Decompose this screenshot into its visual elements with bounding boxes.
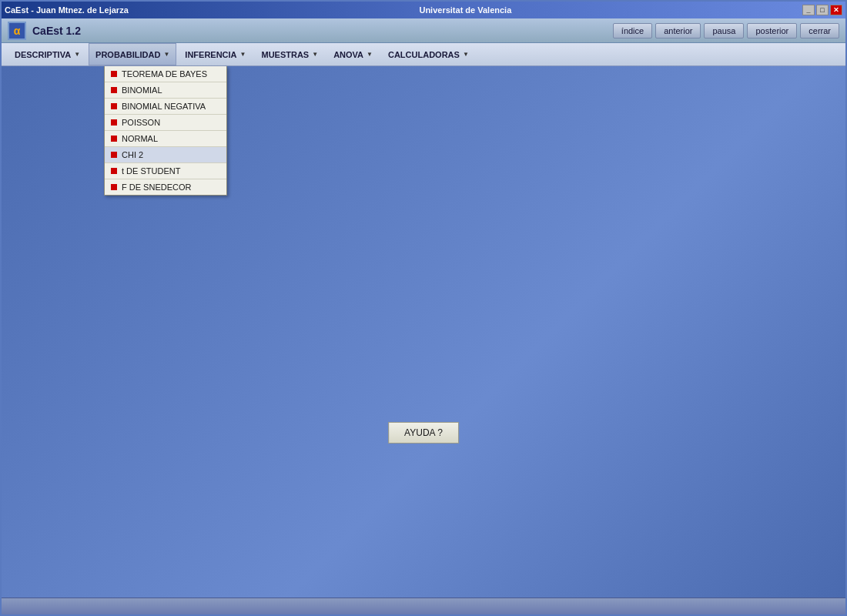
pausa-button[interactable]: pausa xyxy=(704,23,744,38)
menu-inferencia-label: INFERENCIA xyxy=(185,50,236,59)
menu-item-teorema-bayes[interactable]: TEOREMA DE BAYES xyxy=(105,66,226,82)
app-title: CaEst 1.2 xyxy=(32,25,81,37)
bullet-icon xyxy=(111,184,117,190)
menu-muestras-label: MUESTRAS xyxy=(261,50,309,59)
titlebar-university: Universitat de Valencia xyxy=(419,5,511,15)
titlebar-app-name: CaEst - Juan Mtnez. de Lejarza xyxy=(5,5,129,15)
menu-item-t-student[interactable]: t DE STUDENT xyxy=(105,163,226,179)
chevron-down-icon: ▼ xyxy=(74,51,80,58)
menu-anova-label: ANOVA xyxy=(333,50,363,59)
bullet-icon xyxy=(111,168,117,174)
menu-muestras[interactable]: MUESTRAS ▼ xyxy=(254,43,325,65)
chevron-down-icon: ▼ xyxy=(463,51,469,58)
chevron-down-icon: ▼ xyxy=(312,51,318,58)
menu-probabilidad-label: PROBABILIDAD xyxy=(95,50,160,59)
taskbar xyxy=(2,598,845,614)
menu-item-binomial-negativa[interactable]: BINOMIAL NEGATIVA xyxy=(105,99,226,115)
titlebar: CaEst - Juan Mtnez. de Lejarza Universit… xyxy=(2,2,845,18)
main-area: DESCRIPTIVA ▼ PROBABILIDAD ▼ INFERENCIA … xyxy=(2,43,845,598)
bullet-icon xyxy=(111,87,117,93)
minimize-button[interactable]: _ xyxy=(802,5,815,15)
chevron-down-icon: ▼ xyxy=(367,51,373,58)
anterior-button[interactable]: anterior xyxy=(655,23,701,38)
menu-descriptiva[interactable]: DESCRIPTIVA ▼ xyxy=(8,43,87,65)
menu-item-label: POISSON xyxy=(122,118,160,127)
chevron-down-icon: ▼ xyxy=(163,51,169,58)
bullet-icon xyxy=(111,152,117,158)
menu-descriptiva-label: DESCRIPTIVA xyxy=(15,50,71,59)
menu-item-label: t DE STUDENT xyxy=(122,166,180,176)
menu-item-chi2[interactable]: CHI 2 xyxy=(105,147,226,163)
bullet-icon xyxy=(111,71,117,77)
menu-item-label: TEOREMA DE BAYES xyxy=(122,69,207,79)
bullet-icon xyxy=(111,103,117,109)
menubar: DESCRIPTIVA ▼ PROBABILIDAD ▼ INFERENCIA … xyxy=(2,43,845,66)
titlebar-left: CaEst - Juan Mtnez. de Lejarza xyxy=(5,5,129,15)
close-button[interactable]: ✕ xyxy=(830,5,842,15)
chevron-down-icon: ▼ xyxy=(240,51,246,58)
bullet-icon xyxy=(111,119,117,126)
posterior-button[interactable]: posterior xyxy=(747,23,797,38)
probabilidad-dropdown: TEOREMA DE BAYES BINOMIAL BINOMIAL NEGAT… xyxy=(104,66,227,196)
main-window: CaEst - Juan Mtnez. de Lejarza Universit… xyxy=(0,0,847,616)
menu-item-f-snedecor[interactable]: F DE SNEDECOR xyxy=(105,179,226,195)
indice-button[interactable]: índice xyxy=(613,23,652,38)
titlebar-controls: _ □ ✕ xyxy=(802,5,842,15)
app-icon: α xyxy=(8,22,26,40)
menu-calculadoras-label: CALCULADORAS xyxy=(388,50,460,59)
appbar: α CaEst 1.2 índice anterior pausa poster… xyxy=(2,18,845,43)
menu-item-label: F DE SNEDECOR xyxy=(122,182,191,192)
menu-item-label: BINOMIAL xyxy=(122,85,162,95)
ayuda-button[interactable]: AYUDA ? xyxy=(388,422,459,444)
menu-item-label: BINOMIAL NEGATIVA xyxy=(122,102,206,111)
menu-item-binomial[interactable]: BINOMIAL xyxy=(105,82,226,99)
maximize-button[interactable]: □ xyxy=(816,5,829,15)
menu-item-label: CHI 2 xyxy=(122,150,143,159)
menu-probabilidad[interactable]: PROBABILIDAD ▼ xyxy=(89,43,176,65)
menu-item-poisson[interactable]: POISSON xyxy=(105,115,226,131)
nav-buttons: índice anterior pausa posterior cerrar xyxy=(613,23,839,38)
menu-inferencia[interactable]: INFERENCIA ▼ xyxy=(178,43,253,65)
menu-item-label: NORMAL xyxy=(122,134,158,143)
menu-item-normal[interactable]: NORMAL xyxy=(105,131,226,147)
bullet-icon xyxy=(111,136,117,142)
cerrar-button[interactable]: cerrar xyxy=(800,23,839,38)
menu-calculadoras[interactable]: CALCULADORAS ▼ xyxy=(381,43,476,65)
menu-anova[interactable]: ANOVA ▼ xyxy=(326,43,380,65)
